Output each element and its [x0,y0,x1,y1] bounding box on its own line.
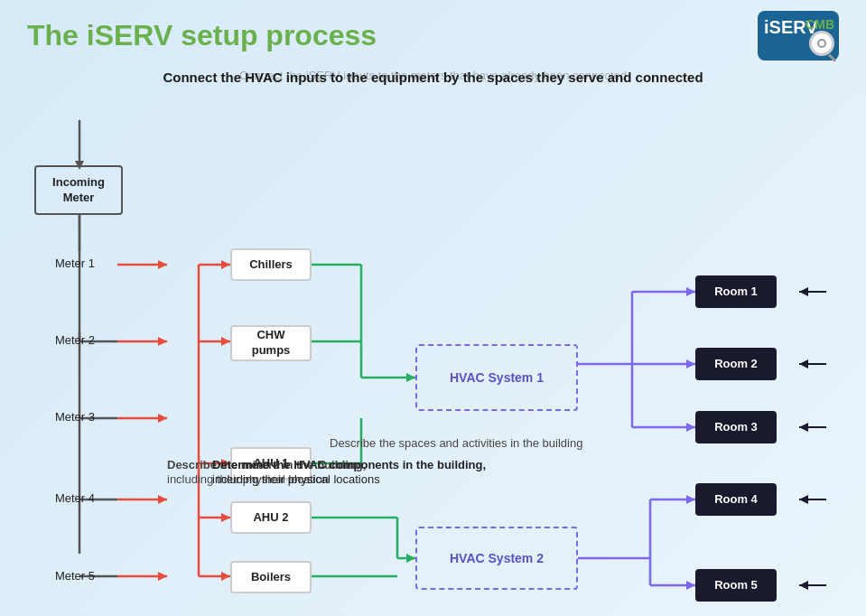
meter-1-label: Meter 1 [55,257,95,272]
svg-marker-16 [158,495,167,504]
chillers-box: Chillers [230,248,312,281]
meter-4-box: Meter 4 [34,483,116,514]
desc-text-1: Describe the spaces and activities in th… [330,434,582,453]
room-2-label: Room 2 [714,357,758,372]
svg-marker-62 [799,423,808,432]
hvac-system-2-box: HVAC System 2 [415,527,578,590]
meter-2-box: Meter 2 [34,325,116,356]
ahu2-label: AHU 2 [253,510,288,526]
logo-magnify-handle [828,53,836,61]
room-2-box: Room 2 [695,348,777,380]
svg-marker-60 [799,359,808,369]
meter-3-label: Meter 3 [55,410,95,425]
svg-marker-56 [686,581,695,590]
step-text-foreground: Connect the HVAC inputs to the equipment… [18,68,848,87]
chw-pumps-box: CHWpumps [230,325,312,361]
logo: iSERV CMB [758,11,839,61]
svg-marker-10 [158,337,167,346]
svg-marker-13 [158,414,167,423]
svg-marker-37 [406,373,415,382]
svg-marker-30 [221,572,230,581]
ahu2-box: AHU 2 [230,501,312,534]
svg-marker-48 [686,359,695,369]
boilers-label: Boilers [251,570,291,585]
svg-marker-64 [799,495,808,504]
meter-2-label: Meter 2 [55,333,95,349]
meter-1-box: Meter 1 [34,248,116,279]
room-3-box: Room 3 [695,411,777,443]
room-1-box: Room 1 [695,275,777,308]
desc-text-5: including their physical locations [212,471,380,489]
incoming-meter-box: Incoming Meter [34,165,123,215]
room-4-box: Room 4 [695,483,777,516]
content-area: Connect the iSERV inputs to the meters t… [0,68,866,616]
page-title: The iSERV setup process [27,19,377,52]
svg-marker-50 [686,423,695,432]
chw-pumps-label: CHWpumps [252,328,291,359]
incoming-meter-label: Incoming Meter [52,175,105,206]
hvac-system-1-label: HVAC System 1 [450,369,544,386]
logo-cmb: CMB [805,17,834,32]
room-4-label: Room 4 [714,492,758,508]
svg-marker-4 [158,260,167,269]
room-3-label: Room 3 [714,420,758,435]
chillers-label: Chillers [249,257,293,273]
step-text-area: Connect the iSERV inputs to the meters t… [18,68,848,107]
meter-5-label: Meter 5 [55,569,95,584]
svg-marker-42 [406,554,415,563]
header: The iSERV setup process iSERV CMB [0,0,866,68]
hvac-system-1-box: HVAC System 1 [415,344,578,411]
diagram: Incoming Meter Meter 1 Meter 2 Meter 3 M… [18,111,849,616]
meter-4-label: Meter 4 [55,491,95,507]
room-5-label: Room 5 [714,578,758,593]
svg-marker-24 [221,337,230,346]
hvac-system-2-label: HVAC System 2 [450,550,544,566]
svg-marker-54 [686,495,695,504]
svg-marker-19 [158,572,167,581]
boilers-box: Boilers [230,561,312,593]
meter-5-box: Meter 5 [34,561,116,592]
page: The iSERV setup process iSERV CMB Connec… [0,0,866,616]
svg-marker-66 [799,581,808,590]
svg-marker-46 [686,287,695,296]
svg-marker-58 [799,287,808,296]
room-1-label: Room 1 [714,285,758,300]
meter-3-box: Meter 3 [34,402,116,433]
svg-marker-28 [221,513,230,522]
logo-circle-icon [809,31,834,56]
room-5-box: Room 5 [695,569,777,602]
svg-marker-22 [221,260,230,269]
